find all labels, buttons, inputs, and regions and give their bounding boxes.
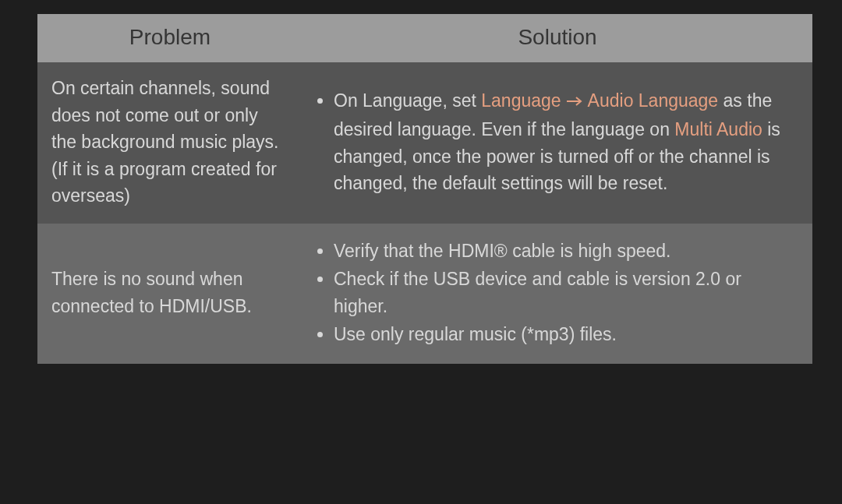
menu-path-link: Multi Audio: [674, 119, 762, 139]
table-row: There is no sound when connected to HDMI…: [37, 224, 812, 364]
list-item: Verify that the HDMI® cable is high spee…: [334, 238, 795, 265]
list-item: On Language, set LanguageAudio Language …: [334, 87, 795, 197]
problem-cell: On certain channels, sound does not come…: [37, 62, 302, 224]
list-item: Use only regular music (*mp3) files.: [334, 321, 795, 348]
menu-path-link: Language: [481, 90, 561, 111]
problem-cell: There is no sound when connected to HDMI…: [37, 224, 302, 364]
col-header-solution: Solution: [302, 14, 812, 62]
solution-cell: On Language, set LanguageAudio Language …: [302, 62, 812, 224]
list-item: Check if the USB device and cable is ver…: [334, 266, 795, 319]
menu-path-link: Audio Language: [588, 90, 719, 111]
col-header-problem: Problem: [37, 14, 302, 62]
table-row: On certain channels, sound does not come…: [37, 62, 812, 224]
solution-cell: Verify that the HDMI® cable is high spee…: [302, 224, 812, 364]
troubleshooting-table: Problem Solution On certain channels, so…: [37, 14, 812, 364]
arrow-right-icon: [566, 87, 583, 115]
solution-text: On Language, set: [334, 90, 481, 111]
